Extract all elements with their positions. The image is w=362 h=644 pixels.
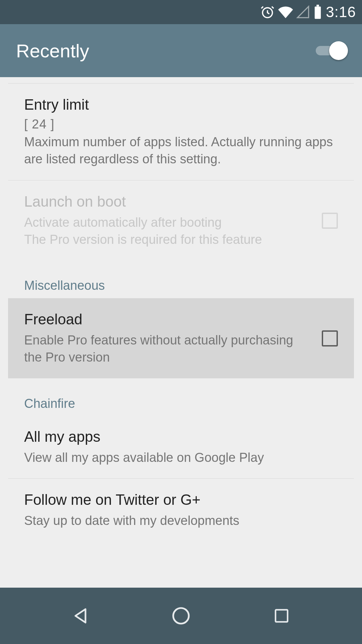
pref-title: Launch on boot — [24, 193, 312, 210]
category-chainfire: Chainfire — [0, 378, 362, 416]
category-miscellaneous: Miscellaneous — [0, 260, 362, 298]
master-toggle[interactable] — [314, 41, 348, 61]
pref-summary: Activate automatically after booting The… — [24, 214, 312, 249]
svg-rect-1 — [315, 7, 321, 19]
status-bar: 3:16 — [0, 0, 362, 24]
pref-summary: View all my apps available on Google Pla… — [24, 449, 338, 466]
pref-summary: Maximum number of apps listed. Actually … — [24, 133, 338, 168]
pref-title: Follow me on Twitter or G+ — [24, 491, 338, 508]
pref-launch-on-boot: Launch on boot Activate automatically af… — [0, 180, 362, 261]
pref-entry-limit[interactable]: Entry limit [ 24 ] Maximum number of app… — [0, 84, 362, 180]
settings-list: Entry limit [ 24 ] Maximum number of app… — [0, 77, 362, 588]
pref-value: [ 24 ] — [24, 117, 338, 131]
home-button[interactable] — [161, 596, 201, 636]
recents-button[interactable] — [261, 596, 302, 636]
app-title: Recently — [16, 40, 89, 62]
svg-rect-2 — [317, 5, 319, 7]
checkbox-icon[interactable] — [322, 330, 338, 346]
battery-icon — [313, 5, 322, 19]
svg-rect-4 — [276, 610, 288, 622]
checkbox-icon — [322, 213, 338, 229]
pref-follow-social[interactable]: Follow me on Twitter or G+ Stay up to da… — [0, 479, 362, 541]
status-clock: 3:16 — [326, 4, 356, 20]
wifi-icon — [278, 5, 293, 19]
pref-summary: Enable Pro features without actually pur… — [24, 332, 312, 366]
pref-title: Freeload — [24, 311, 312, 328]
pref-title: Entry limit — [24, 96, 338, 113]
pref-all-my-apps[interactable]: All my apps View all my apps available o… — [0, 416, 362, 478]
pref-summary: Stay up to date with my developments — [24, 512, 338, 529]
alarm-icon — [260, 5, 275, 19]
pref-freeload[interactable]: Freeload Enable Pro features without act… — [8, 298, 354, 378]
svg-point-3 — [173, 608, 189, 624]
cellular-empty-icon — [296, 5, 310, 19]
pref-title: All my apps — [24, 428, 338, 445]
back-button[interactable] — [60, 596, 101, 636]
app-bar: Recently — [0, 24, 362, 77]
navigation-bar — [0, 588, 362, 644]
